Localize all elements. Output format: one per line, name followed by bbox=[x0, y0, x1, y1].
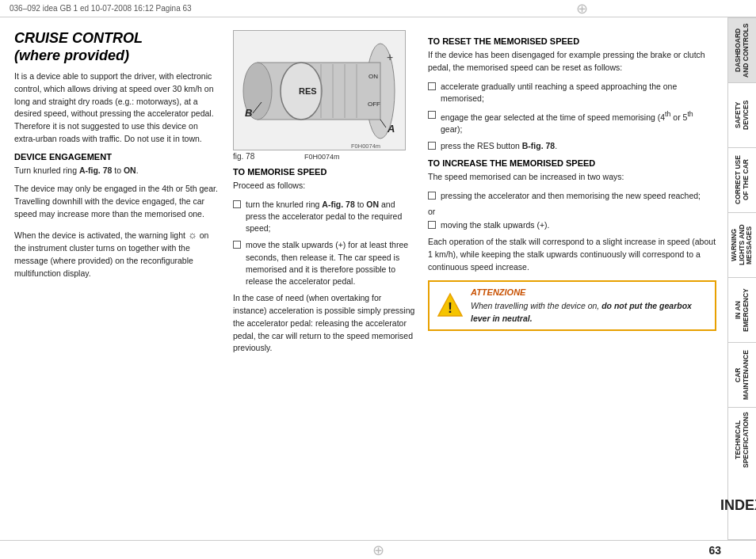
header-text: 036–092 idea GB 1 ed 10-07-2008 16:12 Pa… bbox=[10, 4, 192, 13]
increase-item1-text: pressing the accelerator and then memori… bbox=[441, 190, 701, 202]
checkbox-icon-3 bbox=[428, 82, 436, 90]
svg-text:!: ! bbox=[448, 300, 452, 316]
or-text: or bbox=[428, 207, 716, 216]
content-columns: CRUISE CONTROL (where provided) It is a … bbox=[14, 30, 716, 532]
attention-box: ! ATTENZIONE When travelling with the de… bbox=[428, 280, 716, 331]
warning-triangle-svg: ! bbox=[436, 291, 464, 320]
left-content: CRUISE CONTROL (where provided) It is a … bbox=[0, 17, 727, 540]
memorise-intro: Proceed as follows: bbox=[233, 180, 415, 192]
svg-text:B: B bbox=[245, 107, 252, 119]
right-sidebar: DASHBOARD AND CONTROLS SAFETY DEVICES CO… bbox=[727, 17, 756, 540]
svg-text:ON: ON bbox=[368, 73, 378, 80]
svg-text:F0H0074m: F0H0074m bbox=[351, 143, 380, 150]
bottom-bar: ⊕ 63 bbox=[0, 540, 756, 559]
figure-code: F0H0074m bbox=[304, 153, 340, 161]
page-wrapper: 036–092 idea GB 1 ed 10-07-2008 16:12 Pa… bbox=[0, 0, 756, 559]
sidebar-tab-maintenance[interactable]: CAR MAINTENANCE bbox=[728, 342, 756, 407]
attention-body: When travelling with the device on, do n… bbox=[471, 301, 692, 322]
sidebar-tab-correct-use[interactable]: CORRECT USE OF THE CAR bbox=[728, 147, 756, 212]
sidebar-tab-technical[interactable]: TECHNICAL SPECIFICATIONS bbox=[728, 407, 756, 472]
memorise-item2: move the stalk upwards (+) for at least … bbox=[233, 239, 415, 287]
checkbox-icon-4 bbox=[428, 111, 436, 119]
attention-title: ATTENZIONE bbox=[471, 287, 708, 299]
increase-item2: moving the stalk upwards (+). bbox=[428, 219, 716, 231]
reset-item1-text: accelerate gradually until reaching a sp… bbox=[441, 81, 716, 105]
checkbox-icon-7 bbox=[428, 221, 436, 229]
sidebar-tab-safety[interactable]: SAFETY DEVICES bbox=[728, 82, 756, 147]
intro-text: It is a device able to support the drive… bbox=[14, 70, 220, 146]
increase-item2-text: moving the stalk upwards (+). bbox=[441, 219, 549, 231]
increase-extra: Each operation of the stalk will corresp… bbox=[428, 236, 716, 273]
device-text3: When the device is activated, the warnin… bbox=[14, 227, 220, 280]
col-right: TO RESET THE MEMORISED SPEED If the devi… bbox=[428, 30, 716, 532]
reset-item2-text: engage the gear selected at the time of … bbox=[441, 109, 716, 135]
reset-item2: engage the gear selected at the time of … bbox=[428, 109, 716, 135]
reset-speed-text: If the device has been disengaged for ex… bbox=[428, 49, 716, 74]
sidebar-tab-index[interactable]: INDEX bbox=[728, 472, 756, 540]
reset-speed-heading: TO RESET THE MEMORISED SPEED bbox=[428, 36, 716, 46]
memorise-item2-text: move the stalk upwards (+) for at least … bbox=[246, 239, 415, 287]
memorise-extra: In the case of need (when overtaking for… bbox=[233, 292, 415, 355]
attention-text: ATTENZIONE When travelling with the devi… bbox=[471, 287, 708, 325]
device-text1: Turn knurled ring A-fig. 78 to ON. bbox=[14, 165, 220, 177]
checkbox-icon-5 bbox=[428, 142, 436, 150]
checkbox-icon-2 bbox=[233, 241, 241, 249]
memorise-item1-text: turn the knurled ring A-fig. 78 to ON an… bbox=[246, 199, 415, 235]
col-left: CRUISE CONTROL (where provided) It is a … bbox=[14, 30, 220, 532]
attention-icon: ! bbox=[436, 291, 464, 320]
sidebar-tab-emergency[interactable]: IN AN EMERGENCY bbox=[728, 277, 756, 342]
sidebar-tab-dashboard[interactable]: DASHBOARD AND CONTROLS bbox=[728, 17, 756, 82]
svg-text:A: A bbox=[387, 123, 395, 135]
device-engagement-heading: DEVICE ENGAGEMENT bbox=[14, 152, 220, 162]
page-number: 63 bbox=[708, 544, 721, 557]
increase-item1: pressing the accelerator and then memori… bbox=[428, 190, 716, 202]
page-title: CRUISE CONTROL (where provided) bbox=[14, 30, 220, 64]
diagram-svg: RES ON OFF + bbox=[234, 31, 406, 150]
device-text2: The device may only be engaged in the 4t… bbox=[14, 183, 220, 220]
sidebar-tab-warning[interactable]: WARNING LIGHTS AND MESSAGES bbox=[728, 212, 756, 277]
reset-item3-text: press the RES button B-fig. 78. bbox=[441, 140, 557, 152]
top-bar: 036–092 idea GB 1 ed 10-07-2008 16:12 Pa… bbox=[0, 0, 756, 17]
figure-caption: fig. 78 F0H0074m bbox=[233, 152, 415, 161]
increase-speed-heading: TO INCREASE THE MEMORISED SPEED bbox=[428, 158, 716, 168]
crosshair-icon: ⊕ bbox=[576, 0, 588, 17]
checkbox-icon-1 bbox=[233, 200, 241, 208]
increase-speed-text: The speed memorised can be increased in … bbox=[428, 171, 716, 184]
svg-text:RES: RES bbox=[299, 86, 317, 96]
svg-text:OFF: OFF bbox=[368, 101, 380, 108]
checkbox-icon-6 bbox=[428, 192, 436, 200]
diagram: RES ON OFF + bbox=[233, 30, 406, 150]
bottom-crosshair-icon: ⊕ bbox=[372, 542, 384, 559]
reset-item1: accelerate gradually until reaching a sp… bbox=[428, 81, 716, 105]
memorise-speed-heading: TO MEMORISE SPEED bbox=[233, 167, 415, 177]
svg-text:+: + bbox=[387, 51, 393, 63]
main-content: CRUISE CONTROL (where provided) It is a … bbox=[0, 17, 756, 540]
mid-col: RES ON OFF + bbox=[233, 30, 415, 532]
memorise-item1: turn the knurled ring A-fig. 78 to ON an… bbox=[233, 199, 415, 235]
reset-item3: press the RES button B-fig. 78. bbox=[428, 140, 716, 152]
